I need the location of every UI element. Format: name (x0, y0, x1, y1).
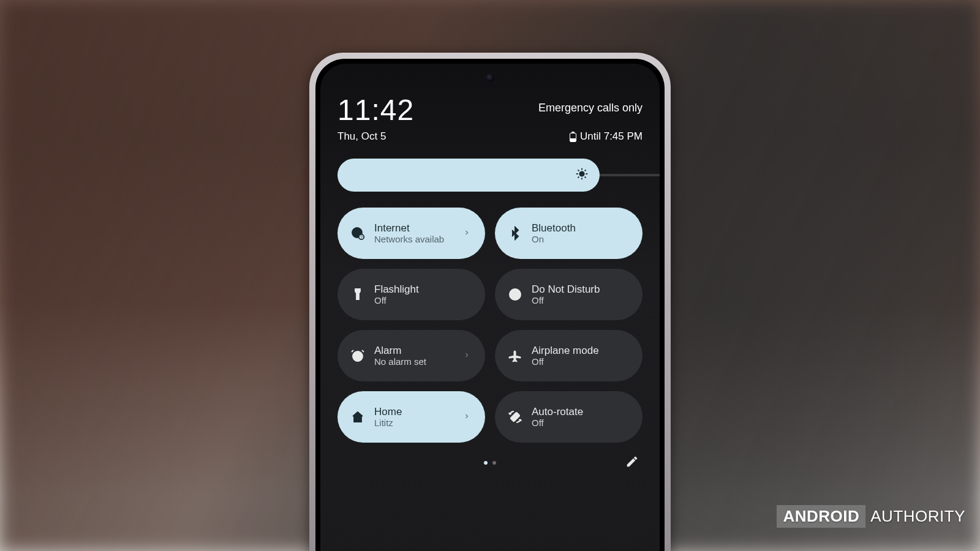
phone-bezel: 11:42 Emergency calls only Thu, Oct 5 Un… (315, 59, 665, 551)
svg-point-0 (580, 171, 584, 176)
watermark-brand: ANDROID (777, 505, 865, 528)
tile-autorotate[interactable]: Auto-rotate Off (495, 391, 643, 443)
airplane-icon (507, 348, 523, 364)
chevron-right-icon (463, 350, 474, 361)
battery-until-label: Until 7:45 PM (580, 130, 643, 143)
globe-icon: ? (350, 225, 366, 241)
page-indicator[interactable] (484, 461, 496, 465)
watermark: ANDROID AUTHORITY (777, 505, 965, 528)
alarm-icon (350, 348, 366, 364)
tile-flashlight[interactable]: Flashlight Off (337, 269, 485, 320)
tile-subtitle: Off (374, 295, 474, 305)
tile-bluetooth[interactable]: Bluetooth On (495, 208, 643, 259)
tile-subtitle: Off (532, 295, 631, 305)
battery-icon (570, 132, 576, 142)
home-icon (350, 409, 366, 425)
chevron-right-icon (463, 228, 474, 239)
tile-title: Airplane mode (532, 345, 631, 357)
brightness-slider[interactable] (337, 159, 643, 192)
tile-subtitle: On (532, 234, 631, 244)
tile-title: Auto-rotate (532, 406, 631, 418)
svg-text:?: ? (360, 235, 363, 239)
tile-airplane[interactable]: Airplane mode Off (495, 330, 643, 381)
bluetooth-icon (507, 225, 523, 241)
status-row: 11:42 Emergency calls only (337, 93, 643, 127)
battery-estimate[interactable]: Until 7:45 PM (570, 130, 643, 143)
tile-alarm[interactable]: Alarm No alarm set (337, 330, 485, 381)
tile-subtitle: No alarm set (374, 356, 454, 367)
tile-dnd[interactable]: Do Not Disturb Off (495, 269, 643, 320)
edit-tiles-button[interactable] (625, 455, 639, 468)
tile-title: Home (374, 406, 454, 418)
brightness-icon (575, 167, 589, 183)
status-sub-row: Thu, Oct 5 Until 7:45 PM (337, 130, 643, 143)
camera-hole (486, 73, 494, 82)
phone: 11:42 Emergency calls only Thu, Oct 5 Un… (309, 53, 671, 551)
tile-title: Alarm (374, 345, 454, 357)
tile-subtitle: Off (532, 356, 631, 367)
flashlight-icon (350, 287, 366, 302)
date: Thu, Oct 5 (337, 130, 386, 143)
phone-frame: 11:42 Emergency calls only Thu, Oct 5 Un… (309, 53, 671, 551)
auto-rotate-icon (507, 409, 523, 425)
tile-title: Flashlight (374, 283, 474, 296)
brightness-fill (337, 159, 600, 192)
quick-settings-panel[interactable]: 11:42 Emergency calls only Thu, Oct 5 Un… (320, 64, 660, 551)
tile-internet[interactable]: ? Internet Networks availab (337, 208, 485, 259)
clock: 11:42 (337, 93, 414, 127)
chevron-right-icon (463, 411, 474, 422)
page-dot-2 (492, 461, 496, 465)
page-dot-1 (484, 461, 488, 465)
tile-title: Internet (374, 222, 454, 234)
tile-subtitle: Off (532, 418, 631, 428)
network-status: Emergency calls only (538, 102, 643, 114)
watermark-word: AUTHORITY (870, 507, 965, 526)
do-not-disturb-icon (507, 287, 523, 302)
svg-rect-6 (510, 412, 520, 422)
tile-title: Do Not Disturb (532, 283, 631, 296)
tile-home[interactable]: Home Lititz (337, 391, 485, 443)
tile-subtitle: Lititz (374, 418, 454, 428)
tile-subtitle: Networks availab (374, 234, 454, 244)
qs-footer (337, 455, 643, 471)
quick-settings-tiles: ? Internet Networks availab (337, 208, 643, 443)
tile-title: Bluetooth (532, 222, 631, 234)
